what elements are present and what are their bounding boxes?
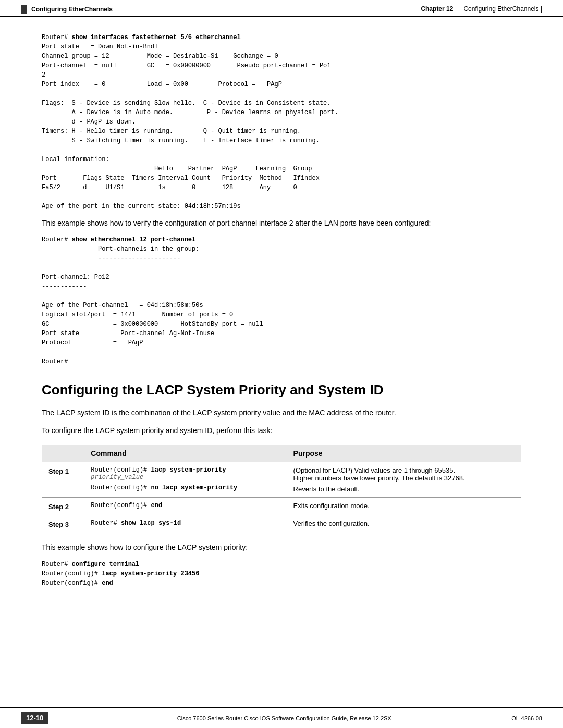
step-3-cmd-bold: show lacp sys-id — [121, 520, 181, 527]
step-1-cmd-line1: Router(config)# lacp system-priority — [91, 466, 280, 474]
header-section-label: Configuring EtherChannels — [31, 6, 113, 13]
step-3-cmd: Router# show lacp sys-id — [84, 515, 287, 533]
header-left: Configuring EtherChannels — [21, 5, 113, 14]
code-block-3: Router# configure terminal Router(config… — [42, 560, 521, 588]
code-block-2: Router# show etherchannel 12 port-channe… — [42, 235, 521, 366]
step-1-purpose-line2: Higher numbers have lower priority. The … — [293, 474, 515, 482]
main-content: Router# show interfaces fastethernet 5/6… — [0, 17, 563, 707]
header-bar: | — [541, 5, 542, 13]
step-1-label: Step 1 — [42, 462, 84, 498]
paragraph-4: This example shows how to configure the … — [42, 541, 521, 553]
step-3-purpose: Verifies the configuration. — [287, 515, 521, 533]
paragraph-2: The LACP system ID is the combination of… — [42, 407, 521, 418]
step-2-purpose: Exits configuration mode. — [287, 498, 521, 515]
step-2-label: Step 2 — [42, 498, 84, 515]
table-col1-header: Command — [84, 445, 287, 462]
table-row: Step 3 Router# show lacp sys-id Verifies… — [42, 515, 521, 533]
step-1-cmd-italic: priority_value — [91, 474, 143, 481]
page-wrapper: Configuring EtherChannels Chapter 12 Con… — [0, 0, 563, 728]
code-block-1: Router# show interfaces fastethernet 5/6… — [42, 33, 521, 211]
config-table: Command Purpose Step 1 Router(config)# l… — [42, 445, 521, 533]
table-row: Step 1 Router(config)# lacp system-prior… — [42, 462, 521, 498]
step-1-cmd-line3: Router(config)# no lacp system-priority — [91, 484, 280, 491]
step-1-cmd-bold3: no lacp system-priority — [151, 484, 237, 491]
cb2-prompt: Router# — [42, 236, 72, 243]
cb1-prompt: Router# — [42, 34, 72, 41]
cb2-cmd: show etherchannel 12 port-channel — [72, 236, 196, 243]
step-3-label: Step 3 — [42, 515, 84, 533]
table-row: Step 2 Router(config)# end Exits configu… — [42, 498, 521, 515]
footer-right-text: OL-4266-08 — [511, 715, 542, 721]
footer-center-text: Cisco 7600 Series Router Cisco IOS Softw… — [57, 715, 511, 721]
table-col2-header: Purpose — [287, 445, 521, 462]
header-chapter: Chapter 12 — [421, 5, 453, 13]
paragraph-1: This example shows how to verify the con… — [42, 217, 521, 229]
step-1-purpose: (Optional for LACP) Valid values are 1 t… — [287, 462, 521, 498]
step-2-cmd: Router(config)# end — [84, 498, 287, 515]
page-header: Configuring EtherChannels Chapter 12 Con… — [0, 0, 563, 17]
cb3-cmd3: end — [102, 579, 113, 587]
step-1-cmd-line2: priority_value — [91, 474, 280, 481]
footer-page-num: 12-10 — [21, 712, 48, 724]
page-footer: 12-10 Cisco 7600 Series Router Cisco IOS… — [0, 707, 563, 728]
step-1-purpose-line3: Reverts to the default. — [293, 485, 515, 493]
section-heading: Configuring the LACP System Priority and… — [42, 382, 521, 398]
step-1-cmd-bold1: lacp system-priority — [151, 466, 226, 474]
header-chapter-sep — [455, 5, 462, 13]
step-1-cmd: Router(config)# lacp system-priority pri… — [84, 462, 287, 498]
bookmark-icon — [21, 5, 27, 14]
paragraph-3: To configure the LACP system priority an… — [42, 425, 521, 436]
cb3-cmd2: lacp system-priority 23456 — [102, 570, 199, 577]
header-right: Chapter 12 Configuring EtherChannels | — [421, 5, 542, 13]
cb1-cmd: show interfaces fastethernet 5/6 etherch… — [72, 34, 241, 41]
step-2-cmd-bold: end — [151, 502, 162, 509]
table-header-empty — [42, 445, 84, 462]
header-chapter-title: Configuring EtherChannels — [463, 5, 538, 13]
cb3-cmd1: configure terminal — [72, 561, 140, 568]
step-1-purpose-line1: (Optional for LACP) Valid values are 1 t… — [293, 466, 515, 474]
